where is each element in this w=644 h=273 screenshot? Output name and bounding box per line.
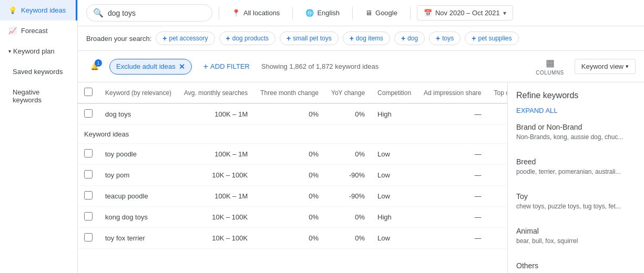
refine-section-title: Toy	[516, 192, 636, 201]
add-filter-button[interactable]: + ADD FILTER	[198, 59, 255, 75]
row-checkbox[interactable]	[84, 170, 93, 178]
showing-text: Showing 1,862 of 1,872 keyword ideas	[261, 62, 525, 70]
table-row: kong dog toys 10K – 100K 0% 0% High —	[78, 207, 507, 228]
sidebar-item-keyword-ideas[interactable]: 💡 Keyword ideas	[0, 0, 77, 20]
broaden-chip-label: toys	[442, 35, 454, 42]
calendar-icon: 📅	[424, 9, 432, 17]
keyword-view-button[interactable]: Keyword view ▾	[575, 59, 636, 74]
keyword-ideas-icon: 💡	[8, 6, 17, 14]
table-row: teacup poodle 100K – 1M 0% -90% Low —	[78, 186, 507, 207]
broaden-chip-6[interactable]: + pet supplies	[465, 32, 518, 45]
seed-ad-impression: —	[417, 103, 487, 125]
broaden-chip-5[interactable]: + toys	[429, 32, 461, 45]
broaden-chip-label: dog items	[356, 35, 383, 42]
search-input[interactable]	[108, 9, 202, 17]
language-button[interactable]: 🌐 English	[299, 6, 346, 20]
refine-section-subtitle: poodle, terrier, pomeranian, australi...	[516, 168, 636, 175]
expand-all-button[interactable]: EXPAND ALL	[516, 107, 636, 114]
chevron-down-icon: ▾	[503, 9, 506, 17]
competition-header: Competition	[371, 82, 417, 103]
location-button[interactable]: 📍 All locations	[226, 6, 286, 20]
refine-section-animal: Animal bear, bull, fox, squirrel	[516, 227, 636, 245]
sidebar-item-forecast[interactable]: 📈 Forecast	[0, 20, 77, 41]
refine-section-title: Breed	[516, 158, 636, 166]
refine-panel: Refine keywords EXPAND ALL Brand or Non-…	[507, 82, 644, 273]
broaden-chip-4[interactable]: + dog	[394, 32, 425, 45]
broaden-chip-label: small pet toys	[293, 35, 331, 42]
exclude-label: Exclude adult ideas	[116, 62, 176, 70]
broaden-chip-1[interactable]: + dog products	[219, 32, 276, 45]
select-all-header[interactable]	[78, 82, 99, 103]
row-checkbox[interactable]	[84, 212, 93, 220]
network-button[interactable]: 🖥 Google	[359, 6, 404, 20]
plus-icon: +	[203, 62, 208, 71]
exclude-close-icon[interactable]: ✕	[179, 62, 185, 71]
yoy-header: YoY change	[325, 82, 371, 103]
seed-keyword: dog toys	[105, 110, 131, 118]
date-range-label: Nov 2020 – Oct 2021	[435, 9, 500, 17]
row-checkbox[interactable]	[84, 149, 93, 158]
plus-icon: +	[162, 34, 167, 43]
keyword-table-container: Keyword (by relevance) Avg. monthly sear…	[78, 82, 507, 273]
sidebar-item-saved-keywords[interactable]: Saved keywords	[0, 61, 77, 82]
refine-section-brand: Brand or Non-Brand Non-Brands, kong, aus…	[516, 123, 636, 141]
seed-yoy: 0%	[325, 103, 371, 125]
columns-button[interactable]: ▦ COLUMNS	[531, 55, 568, 78]
sidebar: 💡 Keyword ideas 📈 Forecast ▾ Keyword pla…	[0, 0, 78, 273]
toolbar-divider-3	[352, 7, 353, 19]
plus-icon: +	[472, 34, 476, 43]
bell-badge: 1	[95, 59, 102, 67]
avg-monthly-header: Avg. monthly searches	[178, 82, 254, 103]
plus-icon: +	[226, 34, 230, 43]
sidebar-item-negative-keywords[interactable]: Negative keywords	[0, 82, 77, 110]
columns-icon: ▦	[546, 57, 555, 69]
seed-avg-monthly: 100K – 1M	[178, 103, 254, 125]
location-label: All locations	[243, 9, 280, 17]
sidebar-item-label: Keyword plan	[13, 47, 55, 55]
broaden-chip-label: dog products	[232, 35, 269, 42]
sidebar-item-label: Forecast	[21, 27, 48, 35]
chevron-down-icon: ▾	[626, 63, 629, 70]
row-checkbox[interactable]	[84, 191, 93, 200]
table-row: toy pom 10K – 100K 0% -90% Low —	[78, 165, 507, 186]
search-icon: 🔍	[93, 8, 104, 18]
refine-section-subtitle: bear, bull, fox, squirrel	[516, 237, 636, 245]
toolbar: 🔍 📍 All locations 🌐 English 🖥 Google 📅 N…	[78, 0, 644, 26]
language-label: English	[317, 9, 340, 17]
refine-section-title: Others	[516, 261, 636, 270]
keyword-table: Keyword (by relevance) Avg. monthly sear…	[78, 82, 507, 249]
forecast-icon: 📈	[8, 27, 17, 35]
seed-checkbox-cell[interactable]	[78, 103, 99, 125]
row-checkbox[interactable]	[84, 233, 93, 242]
exclude-adult-chip[interactable]: Exclude adult ideas ✕	[109, 59, 192, 75]
bell-button[interactable]: 🔔 1	[86, 58, 103, 75]
broaden-chip-2[interactable]: + small pet toys	[280, 32, 339, 45]
seed-competition: High	[371, 103, 417, 125]
plus-icon: +	[350, 34, 354, 43]
network-label: Google	[375, 9, 397, 17]
keyword-cell: toy poodle	[99, 144, 178, 165]
table-row: toy fox terrier 10K – 100K 0% 0% Low —	[78, 228, 507, 249]
plus-icon: +	[436, 34, 440, 43]
sidebar-item-label: Negative keywords	[13, 88, 69, 104]
toolbar-divider	[219, 7, 219, 19]
broaden-chip-label: dog	[407, 35, 418, 42]
seed-top-bid	[487, 103, 507, 125]
broaden-chip-3[interactable]: + dog items	[343, 32, 390, 45]
three-month-header: Three month change	[254, 82, 325, 103]
top-bid-header: Top of bid	[487, 82, 507, 103]
language-icon: 🌐	[305, 9, 314, 17]
keyword-cell: kong dog toys	[99, 207, 178, 228]
select-all-checkbox[interactable]	[84, 88, 93, 96]
toolbar-divider-2	[292, 7, 293, 19]
broaden-chip-0[interactable]: + pet accessory	[156, 32, 214, 45]
keyword-cell: toy pom	[99, 165, 178, 186]
sidebar-item-keyword-plan[interactable]: ▾ Keyword plan	[0, 41, 77, 61]
section-row: Keyword ideas	[78, 125, 507, 144]
search-box[interactable]: 🔍	[86, 4, 212, 22]
section-label: Keyword ideas	[78, 125, 507, 144]
date-range-button[interactable]: 📅 Nov 2020 – Oct 2021 ▾	[417, 5, 513, 20]
keyword-cell: toy fox terrier	[99, 228, 178, 249]
broaden-chip-label: pet accessory	[169, 35, 208, 42]
seed-checkbox[interactable]	[84, 109, 93, 118]
